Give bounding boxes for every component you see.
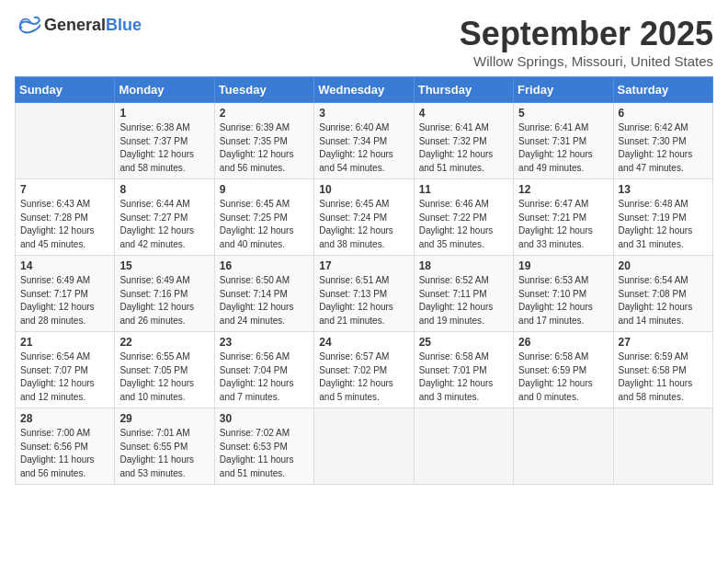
calendar-table: SundayMondayTuesdayWednesdayThursdayFrid… <box>15 76 713 485</box>
weekday-header-thursday: Thursday <box>414 77 513 103</box>
weekday-header-wednesday: Wednesday <box>314 77 414 103</box>
day-number: 13 <box>619 183 708 196</box>
day-number: 12 <box>518 183 608 196</box>
calendar-cell: 1Sunrise: 6:38 AMSunset: 7:37 PMDaylight… <box>115 103 214 179</box>
calendar-cell: 20Sunrise: 6:54 AMSunset: 7:08 PMDayligh… <box>613 256 712 332</box>
calendar-cell: 30Sunrise: 7:02 AMSunset: 6:53 PMDayligh… <box>214 408 313 485</box>
calendar-cell: 9Sunrise: 6:45 AMSunset: 7:25 PMDaylight… <box>214 179 313 256</box>
day-number: 18 <box>419 259 508 272</box>
day-info: Sunrise: 6:50 AMSunset: 7:14 PMDaylight:… <box>220 274 309 327</box>
day-info: Sunrise: 6:48 AMSunset: 7:19 PMDaylight:… <box>619 198 708 251</box>
calendar-cell: 26Sunrise: 6:58 AMSunset: 6:59 PMDayligh… <box>514 332 613 408</box>
day-number: 29 <box>119 412 209 425</box>
logo-general: General <box>44 16 106 34</box>
calendar-cell: 3Sunrise: 6:40 AMSunset: 7:34 PMDaylight… <box>314 103 414 179</box>
calendar-cell: 14Sunrise: 6:49 AMSunset: 7:17 PMDayligh… <box>16 256 115 332</box>
day-number: 30 <box>220 412 309 425</box>
calendar-cell: 5Sunrise: 6:41 AMSunset: 7:31 PMDaylight… <box>514 103 613 179</box>
day-info: Sunrise: 6:38 AMSunset: 7:37 PMDaylight:… <box>119 121 209 175</box>
calendar-cell: 22Sunrise: 6:55 AMSunset: 7:05 PMDayligh… <box>115 332 214 408</box>
day-number: 8 <box>119 183 209 196</box>
calendar-cell: 12Sunrise: 6:47 AMSunset: 7:21 PMDayligh… <box>514 179 613 256</box>
calendar-cell <box>414 408 513 485</box>
day-info: Sunrise: 6:58 AMSunset: 7:01 PMDaylight:… <box>419 350 508 404</box>
calendar-header-row: SundayMondayTuesdayWednesdayThursdayFrid… <box>16 77 713 103</box>
logo-bird-icon <box>15 15 40 35</box>
day-info: Sunrise: 6:49 AMSunset: 7:17 PMDaylight:… <box>20 274 109 327</box>
calendar-cell: 7Sunrise: 6:43 AMSunset: 7:28 PMDaylight… <box>16 179 115 256</box>
day-info: Sunrise: 7:02 AMSunset: 6:53 PMDaylight:… <box>220 427 309 480</box>
calendar-week-2: 7Sunrise: 6:43 AMSunset: 7:28 PMDaylight… <box>16 179 713 256</box>
calendar-cell <box>613 408 712 485</box>
calendar-cell: 25Sunrise: 6:58 AMSunset: 7:01 PMDayligh… <box>414 332 513 408</box>
day-number: 15 <box>119 259 209 272</box>
day-number: 20 <box>619 259 708 272</box>
day-number: 21 <box>20 336 109 349</box>
day-info: Sunrise: 6:52 AMSunset: 7:11 PMDaylight:… <box>419 274 508 327</box>
day-number: 19 <box>518 259 608 272</box>
calendar-cell: 15Sunrise: 6:49 AMSunset: 7:16 PMDayligh… <box>115 256 214 332</box>
calendar-week-4: 21Sunrise: 6:54 AMSunset: 7:07 PMDayligh… <box>16 332 713 408</box>
day-info: Sunrise: 6:53 AMSunset: 7:10 PMDaylight:… <box>518 274 608 327</box>
calendar-cell: 10Sunrise: 6:45 AMSunset: 7:24 PMDayligh… <box>314 179 414 256</box>
weekday-header-saturday: Saturday <box>613 77 712 103</box>
day-number: 23 <box>220 336 309 349</box>
calendar-week-5: 28Sunrise: 7:00 AMSunset: 6:56 PMDayligh… <box>16 408 713 485</box>
day-number: 22 <box>119 336 209 349</box>
calendar-cell: 17Sunrise: 6:51 AMSunset: 7:13 PMDayligh… <box>314 256 414 332</box>
day-number: 17 <box>319 259 408 272</box>
day-info: Sunrise: 7:01 AMSunset: 6:55 PMDaylight:… <box>119 427 209 480</box>
calendar-cell: 29Sunrise: 7:01 AMSunset: 6:55 PMDayligh… <box>115 408 214 485</box>
day-number: 6 <box>619 107 708 120</box>
day-number: 3 <box>319 107 408 120</box>
day-info: Sunrise: 6:42 AMSunset: 7:30 PMDaylight:… <box>619 121 708 175</box>
day-info: Sunrise: 6:54 AMSunset: 7:08 PMDaylight:… <box>619 274 708 327</box>
calendar-cell: 27Sunrise: 6:59 AMSunset: 6:58 PMDayligh… <box>613 332 712 408</box>
day-info: Sunrise: 6:54 AMSunset: 7:07 PMDaylight:… <box>20 350 109 404</box>
weekday-header-tuesday: Tuesday <box>214 77 313 103</box>
calendar-cell <box>16 103 115 179</box>
calendar-cell: 11Sunrise: 6:46 AMSunset: 7:22 PMDayligh… <box>414 179 513 256</box>
day-info: Sunrise: 6:49 AMSunset: 7:16 PMDaylight:… <box>119 274 209 327</box>
day-number: 4 <box>419 107 508 120</box>
calendar-cell: 16Sunrise: 6:50 AMSunset: 7:14 PMDayligh… <box>214 256 313 332</box>
day-info: Sunrise: 7:00 AMSunset: 6:56 PMDaylight:… <box>20 427 109 480</box>
day-info: Sunrise: 6:44 AMSunset: 7:27 PMDaylight:… <box>119 198 209 251</box>
day-number: 9 <box>220 183 309 196</box>
calendar-cell: 21Sunrise: 6:54 AMSunset: 7:07 PMDayligh… <box>16 332 115 408</box>
calendar-week-1: 1Sunrise: 6:38 AMSunset: 7:37 PMDaylight… <box>16 103 713 179</box>
calendar-cell: 28Sunrise: 7:00 AMSunset: 6:56 PMDayligh… <box>16 408 115 485</box>
weekday-header-friday: Friday <box>514 77 613 103</box>
day-number: 5 <box>518 107 608 120</box>
day-info: Sunrise: 6:51 AMSunset: 7:13 PMDaylight:… <box>319 274 408 327</box>
calendar-cell: 24Sunrise: 6:57 AMSunset: 7:02 PMDayligh… <box>314 332 414 408</box>
day-info: Sunrise: 6:47 AMSunset: 7:21 PMDaylight:… <box>518 198 608 251</box>
day-info: Sunrise: 6:41 AMSunset: 7:32 PMDaylight:… <box>419 121 508 175</box>
day-number: 27 <box>619 336 708 349</box>
weekday-header-sunday: Sunday <box>16 77 115 103</box>
calendar-cell: 19Sunrise: 6:53 AMSunset: 7:10 PMDayligh… <box>514 256 613 332</box>
logo-text: GeneralBlue <box>44 16 142 35</box>
calendar-cell: 18Sunrise: 6:52 AMSunset: 7:11 PMDayligh… <box>414 256 513 332</box>
day-info: Sunrise: 6:43 AMSunset: 7:28 PMDaylight:… <box>20 198 109 251</box>
day-info: Sunrise: 6:56 AMSunset: 7:04 PMDaylight:… <box>220 350 309 404</box>
day-info: Sunrise: 6:57 AMSunset: 7:02 PMDaylight:… <box>319 350 408 404</box>
day-number: 2 <box>220 107 309 120</box>
page-header: GeneralBlue September 2025 Willow Spring… <box>15 15 713 69</box>
day-info: Sunrise: 6:40 AMSunset: 7:34 PMDaylight:… <box>319 121 408 175</box>
calendar-cell <box>314 408 414 485</box>
calendar-week-3: 14Sunrise: 6:49 AMSunset: 7:17 PMDayligh… <box>16 256 713 332</box>
location-title: Willow Springs, Missouri, United States <box>460 53 713 69</box>
day-info: Sunrise: 6:46 AMSunset: 7:22 PMDaylight:… <box>419 198 508 251</box>
calendar-cell <box>514 408 613 485</box>
calendar-cell: 2Sunrise: 6:39 AMSunset: 7:35 PMDaylight… <box>214 103 313 179</box>
calendar-cell: 13Sunrise: 6:48 AMSunset: 7:19 PMDayligh… <box>613 179 712 256</box>
day-info: Sunrise: 6:58 AMSunset: 6:59 PMDaylight:… <box>518 350 608 404</box>
day-number: 16 <box>220 259 309 272</box>
day-info: Sunrise: 6:45 AMSunset: 7:24 PMDaylight:… <box>319 198 408 251</box>
day-number: 1 <box>119 107 209 120</box>
day-info: Sunrise: 6:45 AMSunset: 7:25 PMDaylight:… <box>220 198 309 251</box>
month-title: September 2025 <box>460 15 713 53</box>
calendar-cell: 8Sunrise: 6:44 AMSunset: 7:27 PMDaylight… <box>115 179 214 256</box>
day-info: Sunrise: 6:39 AMSunset: 7:35 PMDaylight:… <box>220 121 309 175</box>
